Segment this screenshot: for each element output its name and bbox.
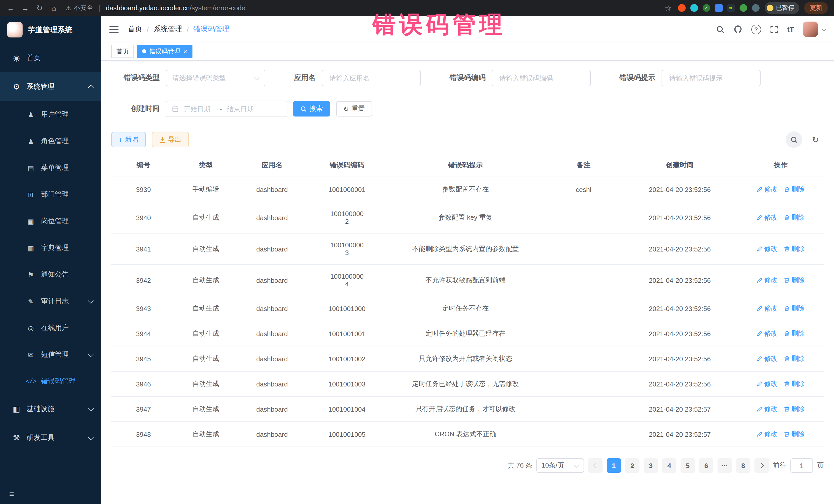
github-icon[interactable]: [733, 25, 743, 34]
edit-link[interactable]: 修改: [756, 276, 777, 285]
sidebar-item-sms-management[interactable]: ✉短信管理: [0, 341, 101, 368]
delete-link[interactable]: 删除: [784, 379, 805, 389]
annotation-overlay-title: 错误码管理: [373, 9, 506, 40]
delete-link[interactable]: 删除: [784, 276, 805, 285]
pagination-page-4[interactable]: 4: [662, 458, 676, 473]
delete-link[interactable]: 删除: [784, 185, 805, 194]
close-tab-icon[interactable]: ×: [183, 48, 187, 54]
sidebar-item-notice-announcement[interactable]: ⚑通知公告: [0, 261, 101, 288]
date-range-picker[interactable]: -: [166, 101, 287, 117]
delete-link[interactable]: 删除: [784, 404, 805, 414]
edit-link[interactable]: 修改: [756, 430, 777, 439]
browser-home-icon[interactable]: ⌂: [49, 4, 59, 12]
column-header-time: 创建时间: [622, 154, 738, 177]
sidebar-item-error-code-management[interactable]: </>错误码管理: [0, 368, 101, 395]
sidebar-item-dept-management[interactable]: ⊞部门管理: [0, 181, 101, 208]
delete-link[interactable]: 删除: [784, 354, 805, 364]
browser-back-icon[interactable]: ←: [6, 4, 15, 12]
pagination-prev-button[interactable]: [588, 458, 602, 473]
edit-label: 修改: [764, 304, 777, 313]
delete-icon: [784, 330, 790, 337]
extension-dark-on[interactable]: on: [727, 4, 735, 12]
edit-link[interactable]: 修改: [756, 244, 777, 254]
sidebar-item-dev-tools[interactable]: ⚒研发工具: [0, 423, 101, 452]
edit-link[interactable]: 修改: [756, 354, 777, 364]
sidebar-collapse-icon[interactable]: ≡: [9, 490, 14, 499]
user-avatar[interactable]: [803, 22, 818, 37]
pagination-page-8[interactable]: 8: [736, 458, 750, 473]
sidebar-item-user-management[interactable]: ♟用户管理: [0, 101, 101, 128]
delete-link[interactable]: 删除: [784, 304, 805, 313]
start-date-input[interactable]: [183, 105, 216, 113]
page-size-select[interactable]: 10条/页: [536, 458, 584, 473]
goto-page-input[interactable]: [790, 458, 813, 473]
export-button[interactable]: 导出: [152, 132, 189, 147]
edit-link[interactable]: 修改: [756, 379, 777, 389]
sidebar-item-system-management[interactable]: ⚙系统管理: [0, 72, 101, 101]
extension-pin[interactable]: [752, 4, 760, 12]
browser-update-button[interactable]: 更新: [804, 2, 828, 14]
app-name-input[interactable]: [328, 74, 414, 82]
edit-icon: [756, 330, 763, 337]
breadcrumb-item[interactable]: 系统管理: [153, 25, 182, 34]
avatar-caret-icon[interactable]: [821, 26, 827, 31]
cell-remark: ceshi: [545, 177, 622, 202]
sidebar-item-audit-log[interactable]: ✎审计日志: [0, 288, 101, 314]
extension-teal-circle[interactable]: [690, 4, 698, 12]
delete-link[interactable]: 删除: [784, 213, 805, 222]
pagination-next-button[interactable]: [754, 458, 769, 473]
extension-green-circle[interactable]: [740, 4, 747, 12]
search-button[interactable]: 搜索: [293, 101, 330, 116]
error-code-input[interactable]: [498, 74, 584, 82]
bookmark-star-icon[interactable]: ☆: [664, 3, 673, 13]
extension-orange-circle[interactable]: [678, 4, 686, 12]
error-type-select[interactable]: 请选择错误码类型: [166, 70, 265, 86]
error-hint-input[interactable]: [668, 74, 754, 82]
cell-hint: 只有开启状态的任务，才可以修改: [386, 396, 545, 422]
edit-link[interactable]: 修改: [756, 213, 777, 222]
help-icon[interactable]: ?: [751, 24, 761, 34]
pagination-page-1[interactable]: 1: [607, 458, 621, 473]
pagination-page-3[interactable]: 3: [643, 458, 658, 473]
browser-refresh-icon[interactable]: ↻: [35, 3, 44, 13]
sidebar-item-label: 错误码管理: [41, 377, 76, 386]
security-indicator[interactable]: ⚠ 不安全: [66, 4, 93, 12]
edit-link[interactable]: 修改: [756, 329, 777, 338]
pagination-page-6[interactable]: 6: [699, 458, 714, 473]
sidebar-item-online-users[interactable]: ◎在线用户: [0, 314, 101, 341]
edit-link[interactable]: 修改: [756, 404, 777, 414]
sidebar-item-home[interactable]: ◉首页: [0, 44, 101, 72]
browser-forward-icon[interactable]: →: [21, 4, 30, 12]
sidebar-item-dict-management[interactable]: ▥字典管理: [0, 235, 101, 261]
toggle-search-button[interactable]: [786, 131, 802, 148]
extension-blue-grid[interactable]: [715, 4, 723, 12]
font-size-icon[interactable]: tT: [787, 25, 794, 34]
search-icon[interactable]: [716, 25, 725, 34]
edit-link[interactable]: 修改: [756, 185, 777, 194]
edit-link[interactable]: 修改: [756, 304, 777, 313]
refresh-table-button[interactable]: ↻: [807, 131, 824, 148]
delete-link[interactable]: 删除: [784, 430, 805, 439]
sidebar-item-infrastructure[interactable]: ◧基础设施: [0, 395, 101, 423]
paused-badge[interactable]: 已暂停: [765, 2, 799, 14]
reset-button[interactable]: ↻ 重置: [336, 101, 372, 116]
sidebar-item-post-management[interactable]: ▣岗位管理: [0, 208, 101, 235]
view-tab-error-code-management[interactable]: 错误码管理×: [137, 45, 192, 58]
view-tab-home[interactable]: 首页: [111, 45, 134, 58]
delete-link[interactable]: 删除: [784, 244, 805, 254]
extension-green-check[interactable]: ✓: [703, 4, 710, 12]
pagination-page-2[interactable]: 2: [625, 458, 639, 473]
delete-link[interactable]: 删除: [784, 329, 805, 338]
address-bar[interactable]: dashboard.yudao.iocoder.cn/system/error-…: [106, 4, 245, 12]
breadcrumb-item[interactable]: 首页: [128, 25, 142, 34]
pagination-more[interactable]: ···: [718, 458, 732, 473]
user-icon: ♟: [26, 111, 36, 118]
menu-fold-icon[interactable]: [109, 26, 118, 33]
add-button[interactable]: + 新增: [111, 132, 146, 147]
sidebar-item-role-management[interactable]: ♟角色管理: [0, 128, 101, 154]
pagination-page-5[interactable]: 5: [681, 458, 695, 473]
fullscreen-icon[interactable]: [770, 25, 778, 34]
end-date-input[interactable]: [226, 105, 259, 113]
sidebar-item-menu-management[interactable]: ▤菜单管理: [0, 154, 101, 181]
cell-app: dashboard: [236, 177, 308, 202]
